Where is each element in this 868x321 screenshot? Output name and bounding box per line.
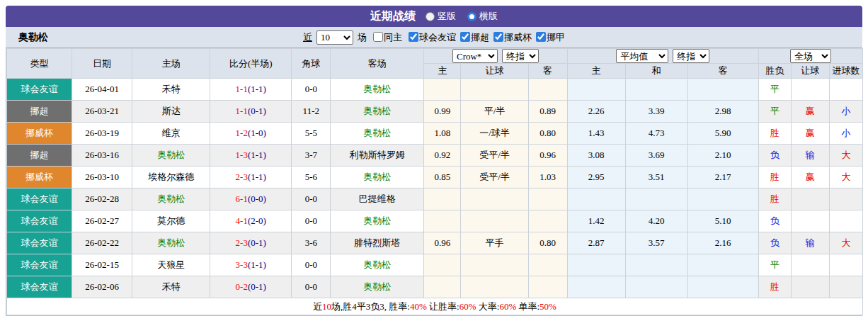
odds-home: 1.08 (424, 123, 461, 145)
avg-draw: 4.20 (625, 210, 687, 232)
col-header-score: 比分(半场) (210, 49, 292, 79)
avg-away: 2.16 (687, 232, 758, 254)
match-date: 26-03-19 (72, 123, 132, 145)
table-row: 球会友谊 26-02-22 奥勒松 2-3(0-1) 3-6 腓特烈斯塔 0.9… (7, 232, 863, 254)
halftime-score: (1-1) (248, 259, 266, 270)
avg-away: 2.10 (687, 145, 758, 167)
fullmatch-select[interactable]: 全场 (790, 49, 831, 63)
league-type-badge: 挪威杯 (7, 167, 72, 188)
score-cell: 1-2(1-0) (210, 123, 292, 145)
odds-home (424, 254, 461, 276)
score-cell: 6-1(0-0) (210, 188, 292, 210)
layout-radio-vertical[interactable]: 竖版 (426, 10, 456, 23)
score-cell: 1-1(1-1) (210, 79, 292, 101)
away-team: 奥勒松 (331, 210, 424, 232)
score-cell: 2-3(1-1) (210, 167, 292, 188)
match-date: 26-02-28 (72, 188, 132, 210)
fulltime-score: 2-3 (236, 171, 248, 182)
league-filter-1-checkbox[interactable] (460, 32, 470, 42)
goals-outcome (829, 188, 862, 210)
league-type-badge: 球会友谊 (7, 276, 72, 298)
handicap-outcome (791, 210, 829, 232)
filters: 近 10 场 同主 球会友谊挪超挪威杯挪甲 (303, 30, 565, 45)
table-row: 挪威杯 26-03-10 埃格尔森德 2-3(1-1) 5-6 奥勒松 0.85… (7, 167, 863, 188)
bookmaker-select[interactable]: Crow* (452, 49, 498, 63)
league-type-badge: 挪超 (7, 145, 72, 167)
filter-bar: 奥勒松 近 10 场 同主 球会友谊挪超挪威杯挪甲 (6, 27, 862, 48)
score-cell: 1-1(0-1) (210, 101, 292, 123)
handicap-outcome: 输 (791, 145, 829, 167)
radio-icon[interactable] (426, 12, 435, 21)
handicap-outcome (791, 276, 829, 298)
radio-label: 横版 (479, 10, 498, 23)
league-filter-3-checkbox[interactable] (536, 32, 546, 42)
goals-outcome: 大 (829, 232, 862, 254)
odds-away: 0.80 (528, 123, 567, 145)
recent-link[interactable]: 近 (303, 31, 312, 44)
odds-home: 0.99 (424, 101, 461, 123)
same-home-checkbox[interactable] (373, 32, 383, 42)
goals-outcome: 小 (829, 123, 862, 145)
home-team: 斯达 (132, 101, 210, 123)
odds-home (424, 276, 461, 298)
odds-handicap: 受平/半 (461, 167, 528, 188)
avg-draw: 3.69 (625, 145, 687, 167)
summary-text: 让胜率: (427, 301, 459, 312)
league-type-badge: 球会友谊 (7, 210, 72, 232)
same-home-label[interactable]: 同主 (384, 32, 402, 43)
handicap-outcome: 赢 (791, 101, 829, 123)
avg-away (687, 276, 758, 298)
odds-away (528, 79, 567, 101)
away-team: 巴提维格 (331, 188, 424, 210)
layout-radio-horizontal[interactable]: 横版 (467, 10, 498, 23)
odds-away (528, 210, 567, 232)
avg-home: 3.08 (567, 145, 625, 167)
avg-away: 2.98 (687, 101, 758, 123)
league-filter-2-label[interactable]: 挪威杯 (504, 32, 532, 43)
table-row: 挪超 26-03-16 奥勒松 1-3(1-1) 3-7 利勒斯特罗姆 0.92… (7, 145, 863, 167)
average-select[interactable]: 平均值 (616, 49, 668, 63)
league-type-badge: 挪威杯 (7, 123, 72, 145)
league-filter-3-label[interactable]: 挪甲 (547, 32, 565, 43)
handicap-outcome (791, 254, 829, 276)
result-outcome: 平 (758, 79, 791, 101)
avg-odds-stage-select[interactable]: 终指 (673, 49, 709, 63)
matches-label: 场 (358, 31, 367, 44)
corner-count: 0-0 (292, 210, 331, 232)
away-team: 腓特烈斯塔 (331, 232, 424, 254)
odds-handicap (461, 254, 528, 276)
avg-home: 2.87 (567, 232, 625, 254)
odds-handicap: 平/半 (461, 101, 528, 123)
league-filter-0-label[interactable]: 球会友谊 (419, 32, 456, 43)
handicap-outcome (791, 79, 829, 101)
recent-count-select[interactable]: 10 (316, 30, 353, 45)
table-row: 球会友谊 26-02-06 禾特 0-2(0-1) 0-0 奥勒松 胜 (7, 276, 863, 298)
avg-home: 1.42 (567, 210, 625, 232)
table-row: 球会友谊 26-04-01 禾特 1-1(1-1) 0-0 奥勒松 平 (7, 79, 863, 101)
away-team: 奥勒松 (331, 167, 424, 188)
crow-odds-stage-select[interactable]: 终指 (502, 49, 539, 63)
fulltime-score: 6-1 (236, 193, 248, 204)
home-team: 维京 (132, 123, 210, 145)
radio-icon[interactable] (467, 12, 476, 21)
halftime-score: (1-1) (248, 150, 266, 160)
summary-text: 10 (322, 301, 331, 312)
home-team: 莫尔德 (132, 210, 210, 232)
same-home-filter: 同主 (369, 31, 402, 44)
table-row: 挪威杯 26-03-19 维京 1-2(1-0) 5-5 奥勒松 1.08 一/… (7, 123, 863, 145)
avg-draw (625, 188, 687, 210)
corner-count: 0-0 (292, 188, 331, 210)
summary-row: 近10场,胜4平3负3, 胜率:40% 让胜率:60% 大率:60% 单率:50… (7, 298, 863, 315)
score-cell: 2-3(0-1) (210, 232, 292, 254)
odds-home (424, 188, 461, 210)
corner-count: 5-5 (292, 123, 331, 145)
col-header-date: 日期 (72, 49, 132, 79)
away-team: 奥勒松 (331, 79, 424, 101)
league-filter-2-checkbox[interactable] (493, 32, 503, 42)
col-header-type: 类型 (7, 49, 72, 79)
corner-count: 0-0 (292, 276, 331, 298)
league-filter-0-checkbox[interactable] (409, 32, 418, 42)
avg-draw (625, 79, 687, 101)
away-team: 奥勒松 (331, 123, 424, 145)
league-filter-1-label[interactable]: 挪超 (471, 32, 489, 43)
